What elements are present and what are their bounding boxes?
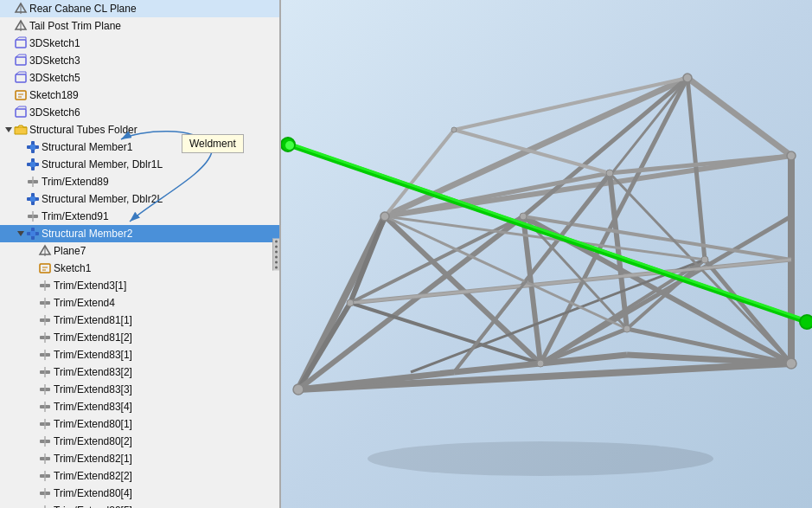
resize-handle[interactable]	[272, 238, 279, 270]
expand-btn-struct-member-dblr1l	[16, 159, 26, 170]
svg-rect-16	[16, 91, 26, 100]
svg-point-130	[623, 325, 630, 332]
label-3dsketch6: 3DSketch6	[29, 106, 80, 119]
expand-btn-struct-member1	[16, 142, 26, 152]
svg-rect-34	[30, 196, 35, 202]
tree-item-3dsketch6[interactable]: 3DSketch6	[0, 104, 279, 121]
feature-tree-panel[interactable]: Rear Cabane CL PlaneTail Post Trim Plane…	[0, 0, 281, 508]
tree-item-trim-extend80-5[interactable]: Trim/Extend80[5]	[0, 502, 279, 508]
label-trim-extend83-1: Trim/Extend83[1]	[54, 349, 132, 361]
tree-item-structural-tubes-folder[interactable]: Structural Tubes Folder	[0, 121, 279, 138]
label-trim-extend83-4: Trim/Extend83[4]	[54, 401, 132, 413]
svg-rect-29	[30, 162, 35, 167]
svg-marker-23	[5, 127, 12, 132]
icon-trim-trim-extend80-1	[38, 417, 52, 431]
label-rear-cabane: Rear Cabane CL Plane	[29, 3, 137, 15]
label-sketch189: Sketch189	[29, 89, 79, 101]
label-plane7: Plane7	[54, 245, 86, 257]
tree-item-3dsketch1[interactable]: 3DSketch1	[0, 35, 279, 52]
label-trim-extend82-1: Trim/Extend82[1]	[54, 453, 132, 465]
label-trim-extend80-5: Trim/Extend80[5]	[54, 505, 132, 508]
expand-btn-3dsketch6	[3, 107, 14, 118]
expand-btn-trim-extend83-2	[28, 367, 38, 377]
icon-trim-trim-extend3-1	[38, 279, 52, 293]
icon-plane-tail-post-trim	[14, 19, 28, 33]
expand-btn-trim-extend81-1	[28, 315, 38, 325]
icon-sketch3d-3dsketch6	[14, 106, 28, 119]
svg-point-125	[787, 151, 796, 160]
expand-btn-trim-extend89	[16, 177, 26, 187]
tree-item-3dsketch5[interactable]: 3DSketch5	[0, 69, 279, 87]
icon-trim-trim-extend80-5	[38, 504, 52, 508]
label-trim-extend91: Trim/Extend91	[42, 210, 109, 222]
label-trim-extend81-1: Trim/Extend81[1]	[54, 314, 132, 326]
label-struct-member-dblr1l: Structural Member, Dblr1L	[42, 158, 163, 170]
expand-btn-trim-extend4	[28, 298, 38, 308]
icon-trim-trim-extend4	[38, 296, 52, 310]
label-struct-member2: Structural Member2	[42, 228, 132, 240]
expand-btn-structural-tubes-folder[interactable]	[3, 125, 14, 135]
label-trim-extend80-4: Trim/Extend80[4]	[54, 487, 132, 499]
tree-item-trim-extend89[interactable]: Trim/Extend89	[0, 173, 279, 190]
expand-btn-trim-extend82-2	[28, 471, 38, 481]
tree-item-trim-extend81-1[interactable]: Trim/Extend81[1]	[0, 312, 279, 329]
3d-viewport[interactable]	[281, 0, 812, 508]
label-structural-tubes-folder: Structural Tubes Folder	[29, 124, 137, 136]
tree-item-struct-member-dblr2l[interactable]: Structural Member, Dblr2L	[0, 190, 279, 208]
tree-item-struct-member1[interactable]: Structural Member1	[0, 138, 279, 156]
svg-point-129	[606, 170, 613, 177]
label-trim-extend81-2: Trim/Extend81[2]	[54, 331, 132, 344]
icon-trim-trim-extend80-2	[38, 434, 52, 448]
label-sketch1: Sketch1	[54, 262, 91, 274]
tree-item-sketch189[interactable]: Sketch189	[0, 87, 279, 104]
tree-item-trim-extend91[interactable]: Trim/Extend91	[0, 208, 279, 225]
expand-btn-3dsketch1	[3, 38, 14, 48]
tree-item-trim-extend80-4[interactable]: Trim/Extend80[4]	[0, 485, 279, 502]
tree-item-trim-extend4[interactable]: Trim/Extend4	[0, 294, 279, 312]
tree-item-3dsketch3[interactable]: 3DSketch3	[0, 52, 279, 69]
icon-trim-trim-extend89	[26, 175, 40, 189]
tree-item-trim-extend82-2[interactable]: Trim/Extend82[2]	[0, 467, 279, 485]
label-struct-member-dblr2l: Structural Member, Dblr2L	[42, 193, 163, 205]
tree-item-trim-extend83-4[interactable]: Trim/Extend83[4]	[0, 398, 279, 415]
expand-btn-trim-extend83-3	[28, 384, 38, 395]
tree-item-trim-extend80-1[interactable]: Trim/Extend80[1]	[0, 415, 279, 433]
tree-item-trim-extend82-1[interactable]: Trim/Extend82[1]	[0, 450, 279, 467]
svg-point-139	[368, 441, 713, 476]
label-3dsketch3: 3DSketch3	[29, 55, 80, 67]
svg-rect-26	[30, 145, 35, 150]
svg-rect-43	[40, 264, 50, 273]
tree-item-trim-extend83-1[interactable]: Trim/Extend83[1]	[0, 346, 279, 363]
tree-item-trim-extend83-3[interactable]: Trim/Extend83[3]	[0, 381, 279, 398]
tree-item-trim-extend3-1[interactable]: Trim/Extend3[1]	[0, 277, 279, 294]
icon-trim-trim-extend83-4	[38, 400, 52, 414]
svg-point-133	[451, 127, 457, 132]
tree-item-plane7[interactable]: Plane7	[0, 242, 279, 260]
tree-item-trim-extend83-2[interactable]: Trim/Extend83[2]	[0, 363, 279, 381]
expand-btn-trim-extend81-2	[28, 332, 38, 343]
tree-item-trim-extend80-2[interactable]: Trim/Extend80[2]	[0, 433, 279, 450]
icon-plane-rear-cabane	[14, 2, 28, 16]
svg-point-128	[537, 360, 544, 367]
tree-item-rear-cabane[interactable]: Rear Cabane CL Plane	[0, 0, 279, 17]
icon-sketch-sketch189	[14, 88, 28, 102]
icon-struct-struct-member-dblr1l	[26, 158, 40, 171]
icon-trim-trim-extend83-1	[38, 348, 52, 362]
expand-btn-3dsketch5	[3, 73, 14, 83]
tree-item-tail-post-trim[interactable]: Tail Post Trim Plane	[0, 17, 279, 35]
label-trim-extend80-1: Trim/Extend80[1]	[54, 418, 132, 430]
tree-item-sketch1[interactable]: Sketch1	[0, 260, 279, 277]
expand-btn-struct-member2[interactable]	[16, 228, 26, 239]
icon-sketch3d-3dsketch1	[14, 36, 28, 50]
svg-point-132	[347, 299, 354, 306]
expand-btn-trim-extend80-4	[28, 488, 38, 498]
tree-item-struct-member-dblr1l[interactable]: Structural Member, Dblr1L	[0, 156, 279, 173]
label-trim-extend3-1: Trim/Extend3[1]	[54, 280, 126, 292]
svg-rect-8	[16, 57, 26, 65]
tree-item-trim-extend81-2[interactable]: Trim/Extend81[2]	[0, 329, 279, 346]
expand-btn-3dsketch3	[3, 55, 14, 66]
label-tail-post-trim: Tail Post Trim Plane	[29, 20, 121, 32]
icon-folder-structural-tubes-folder	[14, 123, 28, 137]
tree-item-struct-member2[interactable]: Structural Member2	[0, 225, 279, 242]
icon-sketch3d-3dsketch3	[14, 54, 28, 68]
